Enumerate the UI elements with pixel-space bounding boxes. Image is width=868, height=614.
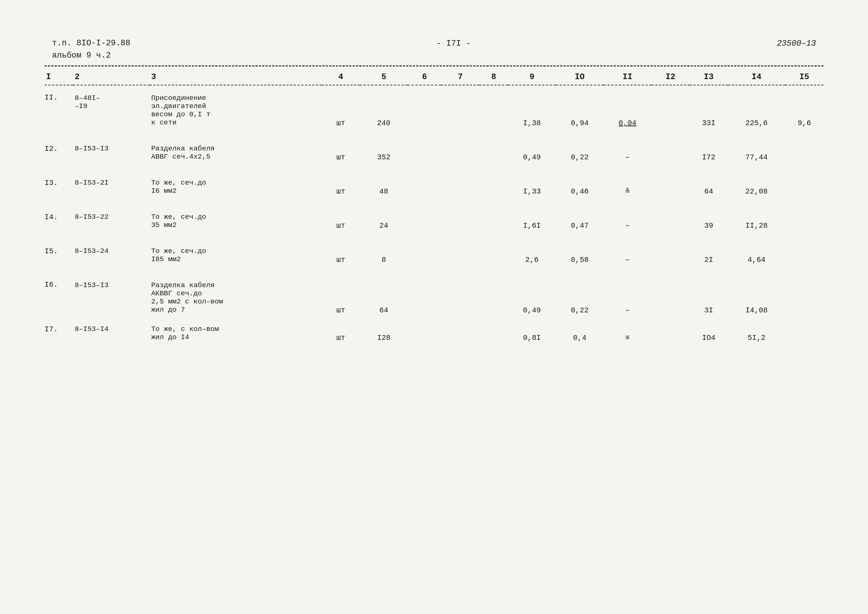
row-qty: 240 bbox=[360, 92, 408, 129]
row-num: I5. bbox=[45, 245, 73, 266]
row-code: 8–I53–I3 bbox=[73, 142, 150, 163]
row-col13: 3I bbox=[690, 279, 728, 316]
col-header-4: 4 bbox=[322, 70, 360, 85]
row-col11: – bbox=[604, 279, 651, 316]
header-area: т.п. 8IО-I-29.88 альбом 9 ч.2 - I7I - 23… bbox=[45, 37, 823, 62]
row-desc: То же, сеч.доI6 мм2 bbox=[150, 176, 321, 197]
row-code: 8–I53–I4 bbox=[73, 323, 150, 344]
row-col9: 0,49 bbox=[508, 142, 556, 163]
row-qty: I28 bbox=[360, 323, 408, 344]
row-qty: 48 bbox=[360, 176, 408, 197]
header-center: - I7I - bbox=[437, 39, 471, 48]
row-col15: 9,6 bbox=[785, 92, 823, 129]
table-container: I 2 3 4 5 6 7 8 9 IO II I2 I3 I4 I5 II. … bbox=[45, 70, 823, 344]
row-unit: шт bbox=[322, 211, 360, 232]
row-code: 8–48I– –I9 bbox=[73, 92, 150, 129]
col-header-14: I4 bbox=[728, 70, 785, 85]
row-num: I6. bbox=[45, 279, 73, 316]
col-header-15: I5 bbox=[785, 70, 823, 85]
row-num: I7. bbox=[45, 323, 73, 344]
row-col14: 77,44 bbox=[728, 142, 785, 163]
row-col10: 0,58 bbox=[556, 245, 604, 266]
page-container: т.п. 8IО-I-29.88 альбом 9 ч.2 - I7I - 23… bbox=[30, 22, 838, 358]
row-desc: Присоединениеэл.двигателейвесом до 0,I т… bbox=[150, 92, 321, 129]
row-col10: 0,94 bbox=[556, 92, 604, 129]
row-qty: 8 bbox=[360, 245, 408, 266]
row-col11: 0,04 bbox=[604, 92, 651, 129]
row-code: 8–I53–24 bbox=[73, 245, 150, 266]
row-num: II. bbox=[45, 92, 73, 129]
col-header-12: I2 bbox=[651, 70, 690, 85]
header-tp: т.п. 8IО-I-29.88 bbox=[52, 37, 130, 50]
row-col9: 2,6 bbox=[508, 245, 556, 266]
row-col11: – bbox=[604, 142, 651, 163]
row-col10: 0,22 bbox=[556, 279, 604, 316]
col-header-2: 2 bbox=[73, 70, 150, 85]
row-col13: 2I bbox=[690, 245, 728, 266]
header-left: т.п. 8IО-I-29.88 альбом 9 ч.2 bbox=[52, 37, 130, 62]
row-col9: I,6I bbox=[508, 211, 556, 232]
table-row: I5. 8–I53–24 То же, сеч.доI85 мм2 шт 8 2… bbox=[45, 245, 823, 266]
col-header-8: 8 bbox=[479, 70, 508, 85]
row-col14: 5I,2 bbox=[728, 323, 785, 344]
row-desc: Разделка кабеляАКВВГ сеч.до2,5 мм2 с кол… bbox=[150, 279, 321, 316]
row-col11: – bbox=[604, 245, 651, 266]
col-header-6: 6 bbox=[408, 70, 441, 85]
row-unit: шт bbox=[322, 279, 360, 316]
table-row: I2. 8–I53–I3 Разделка кабеляАВВГ сеч.4х2… bbox=[45, 142, 823, 163]
col-header-10: IO bbox=[556, 70, 604, 85]
row-desc: То же, с кол–вомжил до I4 bbox=[150, 323, 321, 344]
row-col10: 0,4 bbox=[556, 323, 604, 344]
row-col14: 225,6 bbox=[728, 92, 785, 129]
header-right: 23500–13 bbox=[777, 39, 816, 48]
row-qty: 64 bbox=[360, 279, 408, 316]
row-col13: I72 bbox=[690, 142, 728, 163]
row-col10: 0,46 bbox=[556, 176, 604, 197]
row-col9: 0,8I bbox=[508, 323, 556, 344]
top-divider bbox=[45, 65, 823, 67]
row-num: I4. bbox=[45, 211, 73, 232]
row-col11: ≙ bbox=[604, 176, 651, 197]
row-col10: 0,22 bbox=[556, 142, 604, 163]
col-header-5: 5 bbox=[360, 70, 408, 85]
col-header-1: I bbox=[45, 70, 73, 85]
row-col13: 64 bbox=[690, 176, 728, 197]
row-col9: I,38 bbox=[508, 92, 556, 129]
row-code: 8–I53–2I bbox=[73, 176, 150, 197]
table-row: II. 8–48I– –I9 Присоединениеэл.двигателе… bbox=[45, 92, 823, 129]
row-desc: То же, сеч.до35 мм2 bbox=[150, 211, 321, 232]
row-col14: 22,08 bbox=[728, 176, 785, 197]
row-col13: 33I bbox=[690, 92, 728, 129]
row-desc: То же, сеч.доI85 мм2 bbox=[150, 245, 321, 266]
table-row: I4. 8–I53–22 То же, сеч.до35 мм2 шт 24 I… bbox=[45, 211, 823, 232]
row-col14: I4,08 bbox=[728, 279, 785, 316]
row-unit: шт bbox=[322, 92, 360, 129]
row-col13: IO4 bbox=[690, 323, 728, 344]
col-header-7: 7 bbox=[441, 70, 479, 85]
row-qty: 24 bbox=[360, 211, 408, 232]
row-num: I2. bbox=[45, 142, 73, 163]
row-col9: 0,49 bbox=[508, 279, 556, 316]
col-header-9: 9 bbox=[508, 70, 556, 85]
main-table: I 2 3 4 5 6 7 8 9 IO II I2 I3 I4 I5 II. … bbox=[45, 70, 823, 344]
row-col14: II,28 bbox=[728, 211, 785, 232]
col-header-13: I3 bbox=[690, 70, 728, 85]
column-header-row: I 2 3 4 5 6 7 8 9 IO II I2 I3 I4 I5 bbox=[45, 70, 823, 85]
row-col11: – bbox=[604, 211, 651, 232]
table-row: I6. 8–I53–I3 Разделка кабеляАКВВГ сеч.до… bbox=[45, 279, 823, 316]
table-row: I7. 8–I53–I4 То же, с кол–вомжил до I4 ш… bbox=[45, 323, 823, 344]
row-unit: шт bbox=[322, 176, 360, 197]
row-code: 8–I53–22 bbox=[73, 211, 150, 232]
row-unit: шт bbox=[322, 142, 360, 163]
row-col10: 0,47 bbox=[556, 211, 604, 232]
row-desc: Разделка кабеляАВВГ сеч.4х2,5 bbox=[150, 142, 321, 163]
row-unit: шт bbox=[322, 245, 360, 266]
row-code: 8–I53–I3 bbox=[73, 279, 150, 316]
col-header-11: II bbox=[604, 70, 651, 85]
row-num: I3. bbox=[45, 176, 73, 197]
row-unit: шт bbox=[322, 323, 360, 344]
row-col14: 4,64 bbox=[728, 245, 785, 266]
table-row: I3. 8–I53–2I То же, сеч.доI6 мм2 шт 48 I… bbox=[45, 176, 823, 197]
row-col11: ≡ bbox=[604, 323, 651, 344]
row-col9: I,33 bbox=[508, 176, 556, 197]
